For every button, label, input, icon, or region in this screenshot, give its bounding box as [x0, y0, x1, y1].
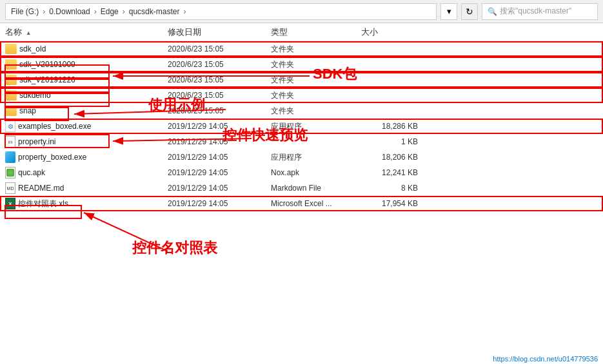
cell-date: 2020/6/23 15:05	[168, 44, 271, 53]
ini-icon: ini	[5, 136, 15, 148]
file-name-text: README.md	[18, 184, 64, 193]
path-sep-3: ›	[123, 7, 125, 16]
cell-name: sdk_V20191009	[0, 59, 168, 70]
folder-icon	[5, 59, 17, 70]
cell-name: X 控件对照表.xls	[0, 198, 168, 209]
table-row[interactable]: MD README.md 2019/12/29 14:05 Markdown F…	[0, 180, 603, 196]
cell-date: 2020/6/23 15:05	[168, 60, 271, 69]
file-name-text: sdk_V20191226	[19, 75, 75, 84]
cell-type: Nox.apk	[271, 168, 361, 177]
file-name-text: snap	[19, 106, 36, 115]
cell-date: 2020/6/23 15:05	[168, 75, 271, 84]
table-row[interactable]: snap 2020/6/23 15:05 文件夹	[0, 103, 603, 119]
file-name-text: property.ini	[18, 137, 55, 146]
cell-size: 18,206 KB	[361, 153, 426, 162]
cell-size: 18,286 KB	[361, 122, 426, 131]
col-header-date[interactable]: 修改日期	[168, 26, 271, 38]
cell-size: 17,954 KB	[361, 199, 426, 208]
file-name-text: quc.apk	[18, 168, 45, 177]
status-url: https://blog.csdn.net/u014779536	[493, 355, 598, 363]
table-row[interactable]: X 控件对照表.xls 2019/12/29 14:05 Microsoft E…	[0, 196, 603, 211]
path-segment-file: File (G:)	[11, 7, 39, 16]
cell-date: 2020/6/23 15:05	[168, 91, 271, 100]
cell-date: 2019/12/29 14:05	[168, 199, 271, 208]
cell-date: 2020/6/23 15:05	[168, 106, 271, 115]
file-name-text: property_boxed.exe	[18, 153, 86, 162]
file-name-text: examples_boxed.exe	[18, 122, 91, 131]
app-icon	[5, 151, 15, 163]
cell-type: 应用程序	[271, 152, 361, 163]
address-bar: File (G:) › 0.Download › Edge › qucsdk-m…	[0, 0, 603, 23]
table-row[interactable]: sdk_V20191226 2020/6/23 15:05 文件夹	[0, 72, 603, 88]
cell-size: 1 KB	[361, 137, 426, 146]
cell-date: 2019/12/29 14:05	[168, 137, 271, 146]
refresh-button[interactable]: ↻	[461, 3, 478, 20]
path-sep-1: ›	[43, 7, 45, 16]
svg-line-4	[84, 213, 168, 251]
cell-name: MD README.md	[0, 182, 168, 194]
folder-icon	[5, 90, 17, 101]
xls-annotation-label: 控件名对照表	[132, 238, 217, 258]
folder-icon	[5, 106, 17, 116]
col-header-size[interactable]: 大小	[361, 26, 426, 38]
cell-type: 文件夹	[271, 44, 361, 55]
cell-date: 2019/12/29 14:05	[168, 168, 271, 177]
cell-name: sdk_old	[0, 44, 168, 54]
cell-name: property_boxed.exe	[0, 151, 168, 163]
table-row[interactable]: sdkdemo 2020/6/23 15:05 文件夹	[0, 88, 603, 103]
search-icon: 🔍	[488, 7, 497, 16]
cell-name: sdkdemo	[0, 90, 168, 101]
path-segment-edge: Edge	[101, 7, 119, 16]
path-segment-qucsdk: qucsdk-master	[129, 7, 180, 16]
cell-size: 12,241 KB	[361, 168, 426, 177]
cell-type: 文件夹	[271, 59, 361, 70]
cell-name: quc.apk	[0, 167, 168, 178]
folder-icon	[5, 75, 17, 85]
table-row[interactable]: property_boxed.exe 2019/12/29 14:05 应用程序…	[0, 149, 603, 165]
path-sep-4: ›	[183, 7, 186, 16]
file-list: sdk_old 2020/6/23 15:05 文件夹 sdk_V2019100…	[0, 41, 603, 211]
cell-name: snap	[0, 106, 168, 116]
table-row[interactable]: ini property.ini 2019/12/29 14:05 1 KB	[0, 134, 603, 149]
cell-date: 2019/12/29 14:05	[168, 153, 271, 162]
cell-type: 文件夹	[271, 90, 361, 101]
cell-date: 2019/12/29 14:05	[168, 122, 271, 131]
search-box[interactable]: 🔍 搜索"qucsdk-master"	[482, 3, 598, 20]
column-header-row: 名称 ▲ 修改日期 类型 大小	[0, 23, 603, 41]
apk-icon	[5, 167, 15, 178]
search-placeholder: 搜索"qucsdk-master"	[500, 6, 571, 17]
file-name-text: sdk_V20191009	[19, 60, 75, 69]
sort-indicator: ▲	[26, 30, 32, 36]
col-header-type[interactable]: 类型	[271, 26, 361, 38]
path-sep-2: ›	[94, 7, 97, 16]
folder-icon	[5, 44, 17, 54]
cell-name: examples_boxed.exe	[0, 120, 168, 132]
cell-date: 2019/12/29 14:05	[168, 184, 271, 193]
table-row[interactable]: sdk_old 2020/6/23 15:05 文件夹	[0, 41, 603, 57]
md-icon: MD	[5, 182, 15, 194]
cell-name: sdk_V20191226	[0, 75, 168, 85]
file-name-text: 控件对照表.xls	[18, 198, 68, 209]
table-row[interactable]: examples_boxed.exe 2019/12/29 14:05 应用程序…	[0, 119, 603, 134]
file-name-text: sdkdemo	[19, 91, 51, 100]
file-name-text: sdk_old	[19, 44, 46, 53]
cell-type: 应用程序	[271, 121, 361, 132]
cell-type: 文件夹	[271, 75, 361, 86]
cell-type: Microsoft Excel ...	[271, 199, 361, 208]
xls-icon: X	[5, 198, 15, 209]
cell-type: Markdown File	[271, 184, 361, 193]
address-path[interactable]: File (G:) › 0.Download › Edge › qucsdk-m…	[5, 3, 437, 20]
status-bar: https://blog.csdn.net/u014779536	[488, 354, 603, 364]
table-row[interactable]: sdk_V20191009 2020/6/23 15:05 文件夹	[0, 57, 603, 72]
col-header-name[interactable]: 名称 ▲	[0, 26, 168, 38]
exe-icon	[5, 120, 15, 132]
table-row[interactable]: quc.apk 2019/12/29 14:05 Nox.apk 12,241 …	[0, 165, 603, 180]
cell-type: 文件夹	[271, 106, 361, 117]
address-dropdown-btn[interactable]: ▾	[440, 3, 457, 20]
cell-name: ini property.ini	[0, 136, 168, 148]
cell-size: 8 KB	[361, 184, 426, 193]
path-segment-download: 0.Download	[49, 7, 90, 16]
